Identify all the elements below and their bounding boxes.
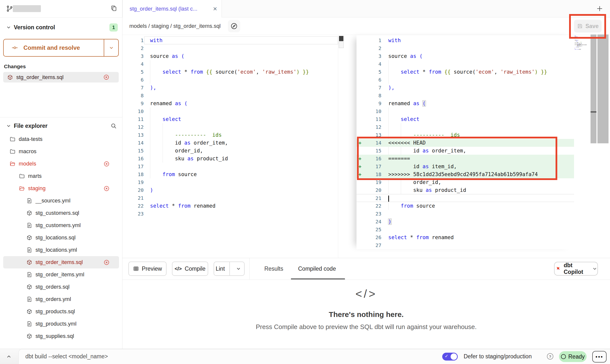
code-line[interactable]: 13 ---------- ids [356,131,574,139]
code-line[interactable]: 8 [122,92,338,99]
code-line[interactable]: 4 [356,60,574,68]
file-explorer-item[interactable]: stg_order_items.sql [3,256,119,268]
code-line[interactable]: 19 order_id, [356,178,574,186]
file-explorer-item[interactable]: stg_products.yml [3,318,119,330]
copy-icon[interactable] [110,5,117,12]
code-line[interactable]: +17 id as item_id, [356,163,574,170]
code-line[interactable]: 11 select [122,115,338,123]
file-explorer-item[interactable]: __sources.yml [3,195,119,207]
code-line[interactable]: 26select * from renamed [356,233,574,241]
code-line[interactable]: 18 from source [122,170,338,178]
file-explorer-item[interactable]: stg_orders.sql [3,281,119,293]
commit-dropdown-button[interactable] [104,39,118,56]
file-explorer-item[interactable]: stg_locations.yml [3,244,119,256]
file-explorer-item[interactable]: stg_locations.sql [3,232,119,244]
file-explorer-item[interactable]: stg_orders.yml [3,293,119,305]
commit-and-resolve-button[interactable]: Commit and resolve [3,39,119,57]
editor-right-pane[interactable]: 1with23source as (45 select * from {{ so… [356,35,574,249]
code-line[interactable]: 12 [122,123,338,131]
help-icon[interactable]: ? [547,353,553,360]
file-explorer-item[interactable]: data-tests [3,133,119,145]
code-line[interactable]: 6 [122,76,338,84]
code-line[interactable]: 10 [122,107,338,115]
defer-toggle[interactable]: ✓ [442,353,458,361]
code-line[interactable]: 2 [122,44,338,52]
compile-button[interactable]: </> Compile [172,262,208,276]
code-line[interactable]: 4 [122,60,338,68]
save-button[interactable]: Save [574,20,602,33]
code-line[interactable]: 23 [356,210,574,218]
file-explorer-item[interactable]: marts [3,170,119,182]
code-line[interactable]: 1with [122,36,338,44]
git-branch-icon[interactable] [6,5,13,12]
lint-dropdown-button[interactable] [233,266,244,271]
version-control-header[interactable]: Version control 1 [0,22,122,33]
more-options-button[interactable]: ••• [592,351,607,363]
lineage-button[interactable] [228,20,240,32]
code-line[interactable]: 12 [356,123,574,131]
code-line[interactable]: 15 order_id, [122,147,338,155]
minimap[interactable]: withsource as ( select * from {{ source(… [575,35,587,55]
dbt-copilot-button[interactable]: dbt Copilot [554,262,598,276]
search-icon[interactable] [110,123,117,129]
code-line[interactable]: 22select * from renamed [122,202,338,210]
code-line[interactable]: 13 ---------- ids [122,131,338,139]
code-line[interactable]: 14 id as order_item, [122,139,338,147]
tab-compiled-code[interactable]: Compiled code [298,258,336,280]
code-line[interactable]: 7), [122,84,338,92]
code-line[interactable]: 17 [122,163,338,170]
left-editor-scrollbar[interactable] [338,35,344,258]
code-line[interactable]: 9renamed as ( [122,99,338,107]
file-explorer-header[interactable]: File explorer [0,120,122,132]
code-line[interactable]: 25 [356,226,574,233]
code-line[interactable]: 21 [356,194,574,202]
code-line[interactable]: 7), [356,84,574,92]
code-line[interactable]: 5 select * from {{ source('ecom', 'raw_i… [122,68,338,76]
file-explorer-item[interactable]: stg_products.sql [3,305,119,318]
file-explorer-item[interactable]: macros [3,145,119,158]
code-line[interactable]: +16======= [356,155,574,163]
file-explorer-item[interactable]: models [3,158,119,170]
code-line[interactable]: 27 [356,241,574,249]
right-editor-scrollbar[interactable] [591,34,596,143]
code-line[interactable]: 22 from source [356,202,574,210]
code-line[interactable]: 10 [356,107,574,115]
code-line[interactable]: 15 id as order_item, [356,147,574,155]
code-line[interactable]: 1with [356,36,574,44]
code-line[interactable]: 11 select [356,115,574,123]
tab-results[interactable]: Results [264,258,283,280]
code-line[interactable]: 21 [122,194,338,202]
code-line[interactable]: 20 sku as product_id [356,186,574,194]
code-line[interactable]: +14<<<<<<< HEAD [356,139,574,147]
command-input[interactable]: dbt build --select <model_name> [25,349,108,364]
scrollbar-thumb[interactable] [339,36,343,41]
panel-scrollbar[interactable] [597,34,609,143]
code-line[interactable]: 6 [356,76,574,84]
editor-left-pane[interactable]: 1with23source as (45 select * from {{ so… [122,35,338,218]
new-tab-button[interactable] [596,5,604,13]
code-line[interactable]: 23 [122,210,338,218]
code-line[interactable]: 3source as ( [356,52,574,60]
code-line[interactable]: 2 [356,44,574,52]
file-explorer-item[interactable]: staging [3,182,119,195]
close-icon[interactable]: × [213,5,217,12]
file-explorer-item[interactable]: stg_customers.sql [3,207,119,219]
code-line[interactable]: 9renamed as ( [356,99,574,107]
chevron-up-icon[interactable] [6,354,12,360]
tab-stg-order-items[interactable]: stg_order_items.sql (last c... × [122,0,222,17]
code-line[interactable]: +18>>>>>>> 58c1dd23d5eebd9cd2495fa7124ab… [356,170,574,178]
code-line[interactable]: 24) [356,218,574,226]
lint-button[interactable]: Lint [214,262,245,276]
code-line[interactable]: 3source as ( [122,52,338,60]
scrollbar-thumb-secondary[interactable] [339,42,344,48]
code-line[interactable]: 8 [356,92,574,99]
code-line[interactable]: 19 [122,178,338,186]
code-line[interactable]: 5 select * from {{ source('ecom', 'raw_i… [356,68,574,76]
changed-file-item[interactable]: stg_order_items.sql [3,72,119,83]
file-explorer-item[interactable]: stg_supplies.sql [3,330,119,342]
file-explorer-item[interactable]: stg_order_items.yml [3,268,119,281]
code-line[interactable]: 16 sku as product_id [122,155,338,163]
preview-button[interactable]: Preview [128,262,167,276]
code-line[interactable]: 20) [122,186,338,194]
file-explorer-item[interactable]: stg_customers.yml [3,219,119,232]
